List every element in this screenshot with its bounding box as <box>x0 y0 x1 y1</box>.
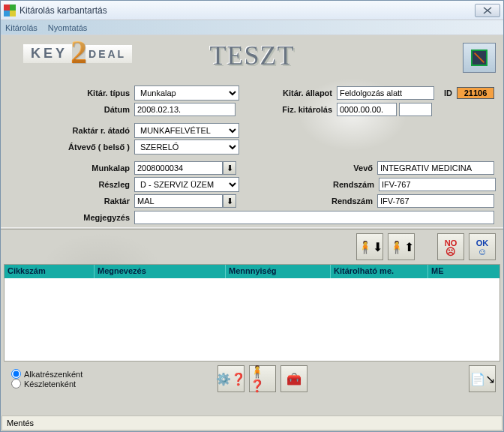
toolbar-mid: 🧍⬇ 🧍⬆ NO ☹ OK ☺ <box>1 230 503 264</box>
brand-text-deal: DEAL <box>86 45 132 63</box>
edit-button[interactable] <box>463 43 496 73</box>
input-rendszam2[interactable] <box>377 194 494 208</box>
input-rendszam1[interactable] <box>379 178 496 191</box>
picker-munkalap[interactable]: ⬇ <box>223 161 236 175</box>
menu-bar: Kitárolás Nyomtatás <box>1 20 503 35</box>
radio-keszletenkent[interactable]: Készletenként <box>11 379 82 388</box>
header: KEY 2 DEAL TESZT <box>1 35 503 80</box>
brand-text-two: 2 <box>70 41 87 64</box>
label-id: ID <box>434 88 457 98</box>
view-radios: Alkatrészenként Készletenként <box>11 369 82 388</box>
item-grid[interactable]: Cikkszám Megnevezés Mennnyiség Kitárolha… <box>4 264 500 362</box>
ok-button[interactable]: OK ☺ <box>469 233 496 260</box>
label-kitar-allapot: Kitár. állapot <box>239 88 337 98</box>
window-title: Kitárolás karbantartás <box>20 5 107 16</box>
label-atvevo: Átvevő ( belső ) <box>7 142 134 152</box>
grid-header: Cikkszám Megnevezés Mennnyiség Kitárolha… <box>4 265 500 278</box>
form-top: Kitár. típus Munkalap Kitár. állapot ID … <box>1 80 503 227</box>
sad-face-icon: ☹ <box>446 248 456 256</box>
app-window: Kitárolás karbantartás Kitárolás Nyomtat… <box>0 0 504 432</box>
input-datum[interactable] <box>134 103 236 116</box>
input-megjegyzes[interactable] <box>134 211 494 224</box>
input-fiz-extra[interactable] <box>399 103 432 116</box>
app-icon <box>4 4 16 16</box>
radio-alkatreszenkent[interactable]: Alkatrészenként <box>11 369 82 379</box>
label-kitar-tipus: Kitár. típus <box>7 88 134 98</box>
worker-out-button[interactable]: 🧍⬆ <box>388 233 415 260</box>
close-icon <box>483 7 492 14</box>
input-raktar[interactable] <box>134 194 223 208</box>
col-megnevezes[interactable]: Megnevezés <box>94 265 226 278</box>
gear-help-icon: ⚙️❓ <box>216 372 246 386</box>
tools-icon: 🧰 <box>286 372 302 386</box>
input-munkalap[interactable] <box>134 161 223 175</box>
label-munkalap: Munkalap <box>7 164 134 172</box>
input-kitar-allapot[interactable] <box>337 86 434 100</box>
worker-help-icon: 🧍❓ <box>250 364 275 393</box>
status-text: Mentés <box>7 418 34 428</box>
col-me[interactable]: ME <box>428 265 500 278</box>
worker-in-icon: 🧍⬇ <box>358 240 382 254</box>
label-vevo: Vevő <box>236 164 377 172</box>
label-reszleg: Részleg <box>7 180 134 189</box>
label-raktar-atado: Raktár r. átadó <box>7 126 134 135</box>
worker-help-button[interactable]: 🧍❓ <box>249 365 276 392</box>
worker-in-button[interactable]: 🧍⬇ <box>356 233 383 260</box>
col-cikkszam[interactable]: Cikkszám <box>4 265 94 278</box>
input-fiz-kitarolas[interactable] <box>337 103 397 116</box>
label-fiz-kitarolas: Fiz. kitárolás <box>236 105 337 114</box>
label-rendszam2: Rendszám <box>236 196 377 206</box>
select-reszleg[interactable]: D - SZERVIZ ÜZEM <box>134 177 239 192</box>
label-raktar: Raktár <box>7 196 134 206</box>
label-datum: Dátum <box>7 105 134 114</box>
gear-help-button[interactable]: ⚙️❓ <box>218 365 244 392</box>
body: KEY 2 DEAL TESZT Kitár. típus Munkalap K… <box>1 35 503 431</box>
close-button[interactable] <box>475 4 500 17</box>
brand-logo: KEY 2 DEAL <box>23 44 132 63</box>
brand-text-key: KEY <box>23 44 72 63</box>
input-vevo[interactable] <box>377 161 494 175</box>
list-arrow-button[interactable]: 📄↘ <box>469 365 496 392</box>
menu-item-kitarolas[interactable]: Kitárolás <box>5 23 38 32</box>
worker-out-icon: 🧍⬆ <box>389 240 414 254</box>
select-raktar-atado[interactable]: MUNKAFELVÉTEL <box>134 123 239 138</box>
select-kitar-tipus[interactable]: Munkalap <box>134 86 239 100</box>
list-arrow-icon: 📄↘ <box>470 372 495 386</box>
label-rendszam1: Rendszám <box>239 180 379 189</box>
toolbar-center: ⚙️❓ 🧍❓ 🧰 <box>218 365 308 392</box>
happy-face-icon: ☺ <box>477 248 487 256</box>
menu-item-nyomtatas[interactable]: Nyomtatás <box>48 23 88 32</box>
label-megjegyzes: Megjegyzés <box>7 213 134 222</box>
id-badge: 21106 <box>457 87 494 99</box>
no-button[interactable]: NO ☹ <box>437 233 464 260</box>
col-kitarolhato[interactable]: Kitárolható me. <box>331 265 428 278</box>
status-bar: Mentés <box>2 416 502 430</box>
tools-button[interactable]: 🧰 <box>280 365 308 392</box>
toolbar-right: 📄↘ <box>469 365 496 392</box>
select-atvevo[interactable]: SZERELŐ <box>134 140 239 154</box>
picker-raktar[interactable]: ⬇ <box>223 194 236 208</box>
toolbar-bottom: Alkatrészenként Készletenként ⚙️❓ 🧍❓ 🧰 📄… <box>1 362 503 398</box>
col-mennyiseg[interactable]: Mennnyiség <box>226 265 331 278</box>
title-teszt: TESZT <box>210 40 295 71</box>
title-bar: Kitárolás karbantartás <box>1 1 503 20</box>
